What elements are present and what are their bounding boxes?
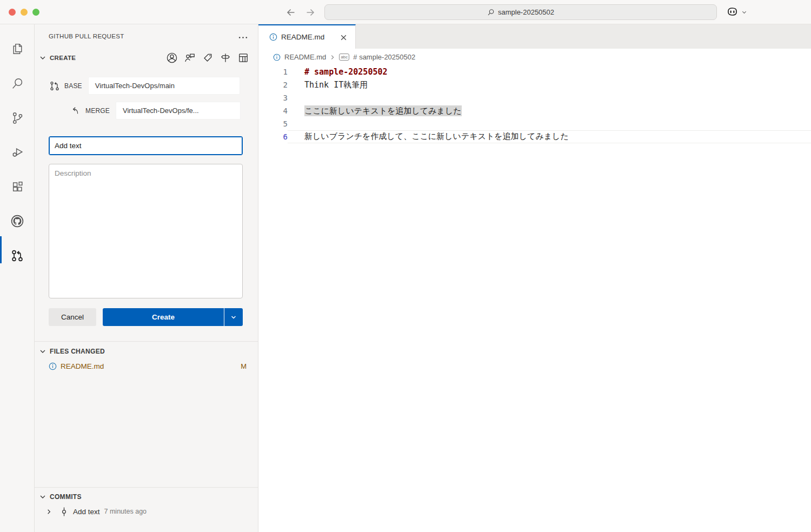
- sidebar-title: GITHUB PULL REQUEST: [49, 33, 124, 39]
- line-number: 4: [258, 104, 288, 117]
- github-pr-sidebar: GITHUB PULL REQUEST CREATE: [35, 24, 258, 532]
- sidebar-item-search[interactable]: [0, 70, 35, 96]
- ellipsis-icon: [238, 36, 248, 39]
- assignees-icon[interactable]: [166, 52, 178, 64]
- editor-area: README.md README.md abc # sample-2025050…: [258, 24, 811, 532]
- create-dropdown-button[interactable]: [224, 308, 243, 326]
- code-line: 5: [258, 117, 811, 130]
- symbol-string-icon: abc: [339, 54, 349, 61]
- zoom-window-button[interactable]: [32, 9, 39, 16]
- code-line: 3: [258, 91, 811, 104]
- merge-label: MERGE: [85, 107, 110, 115]
- info-icon: [269, 33, 277, 41]
- labels-icon[interactable]: [202, 52, 214, 64]
- base-branch-picker[interactable]: VirtualTech-DevOps/main: [88, 77, 240, 95]
- merge-arrow-icon: [70, 105, 81, 116]
- vscode-window: sample-20250502: [0, 0, 811, 532]
- chevron-right-icon: [329, 54, 336, 61]
- chevron-down-icon: [39, 54, 46, 62]
- git-commit-icon: [60, 507, 68, 517]
- titlebar: sample-20250502: [0, 0, 811, 24]
- line-text: ここに新しいテキストを追加してみました: [288, 104, 811, 117]
- sidebar-item-extensions[interactable]: [0, 174, 35, 200]
- copilot-icon: [726, 5, 739, 18]
- create-section-header[interactable]: CREATE: [39, 51, 76, 64]
- code-line: 1 # sample-20250502: [258, 65, 811, 78]
- sidebar-item-explorer[interactable]: [0, 36, 35, 62]
- info-icon: [49, 362, 57, 370]
- tab-bar: README.md: [258, 24, 811, 49]
- line-number: 3: [258, 91, 288, 104]
- create-actions: Cancel Create: [49, 308, 243, 326]
- line-text: [288, 91, 811, 104]
- sidebar-item-github-pull-requests[interactable]: [0, 243, 35, 269]
- chevron-down-icon: [230, 314, 237, 321]
- files-changed-header[interactable]: FILES CHANGED: [39, 345, 105, 358]
- sidebar-item-source-control[interactable]: [0, 105, 35, 131]
- github-octocat-icon: [10, 214, 24, 228]
- minimize-window-button[interactable]: [21, 9, 28, 16]
- section-divider: [35, 487, 258, 488]
- line-number: 5: [258, 117, 288, 130]
- extensions-icon: [11, 180, 24, 194]
- merge-branch-picker[interactable]: VirtualTech-DevOps/fe...: [116, 102, 241, 119]
- chevron-down-icon: [741, 9, 747, 15]
- sidebar-item-github[interactable]: [0, 208, 35, 234]
- breadcrumb: README.md abc # sample-20250502: [258, 49, 811, 65]
- line-number: 6: [258, 130, 288, 143]
- milestone-icon[interactable]: [220, 52, 231, 64]
- breadcrumb-file[interactable]: README.md: [284, 53, 326, 61]
- base-branch-row: BASE VirtualTech-DevOps/main: [49, 77, 240, 95]
- file-row[interactable]: README.md M: [35, 358, 258, 374]
- line-text: 新しいブランチを作成して、ここに新しいテキストを追加してみました: [288, 130, 811, 143]
- close-window-button[interactable]: [9, 9, 16, 16]
- activity-bar: [0, 24, 35, 532]
- cancel-button[interactable]: Cancel: [49, 308, 96, 326]
- active-view-indicator: [0, 236, 2, 263]
- create-split-button: Create: [103, 308, 243, 326]
- line-text: Think IT執筆用: [288, 78, 811, 91]
- base-label: BASE: [64, 82, 82, 90]
- file-status-badge: M: [241, 362, 247, 370]
- files-icon: [11, 42, 24, 56]
- git-pull-request-icon: [10, 249, 24, 263]
- tab-title: README.md: [281, 33, 324, 41]
- history-back-button[interactable]: [284, 6, 297, 19]
- command-center-text: sample-20250502: [498, 8, 554, 16]
- tab-readme[interactable]: README.md: [258, 24, 356, 49]
- history-forward-button[interactable]: [304, 6, 317, 19]
- commit-row[interactable]: Add text 7 minutes ago: [35, 504, 258, 519]
- more-actions-button[interactable]: [236, 32, 249, 43]
- file-name: README.md: [61, 362, 104, 370]
- create-section-label: CREATE: [50, 55, 76, 61]
- create-button[interactable]: Create: [103, 308, 224, 326]
- line-text: # sample-20250502: [288, 65, 811, 78]
- pr-title-input[interactable]: [49, 136, 243, 155]
- command-center-search[interactable]: sample-20250502: [324, 4, 717, 20]
- branch-icon: [11, 111, 24, 125]
- code-viewport[interactable]: 1 # sample-20250502 2 Think IT執筆用 3 4 ここ…: [258, 65, 811, 143]
- breadcrumb-symbol[interactable]: # sample-20250502: [353, 53, 415, 61]
- commits-header[interactable]: COMMITS: [39, 490, 82, 503]
- line-number: 2: [258, 78, 288, 91]
- chevron-right-icon: [45, 508, 52, 515]
- chevron-down-icon: [39, 348, 46, 355]
- arrow-right-icon: [305, 7, 316, 18]
- project-icon[interactable]: [237, 52, 249, 64]
- code-line-current: 6 新しいブランチを作成して、ここに新しいテキストを追加してみました: [258, 130, 811, 143]
- commit-time: 7 minutes ago: [104, 508, 147, 515]
- commit-message: Add text: [73, 508, 100, 516]
- close-icon[interactable]: [338, 32, 349, 43]
- selected-text: ここに新しいテキストを追加してみました: [304, 106, 462, 116]
- files-changed-label: FILES CHANGED: [50, 348, 105, 355]
- pr-description-textarea[interactable]: [49, 164, 243, 298]
- sidebar-item-run-debug[interactable]: [0, 139, 35, 165]
- code-line: 4 ここに新しいテキストを追加してみました: [258, 104, 811, 117]
- reviewers-icon[interactable]: [184, 52, 196, 64]
- commits-label: COMMITS: [50, 493, 82, 501]
- sidebar-header: GITHUB PULL REQUEST: [35, 31, 258, 44]
- copilot-menu[interactable]: [726, 5, 747, 18]
- merge-branch-row: MERGE VirtualTech-DevOps/fe...: [70, 102, 241, 119]
- chevron-down-icon: [39, 493, 46, 501]
- create-toolbar: [166, 51, 249, 64]
